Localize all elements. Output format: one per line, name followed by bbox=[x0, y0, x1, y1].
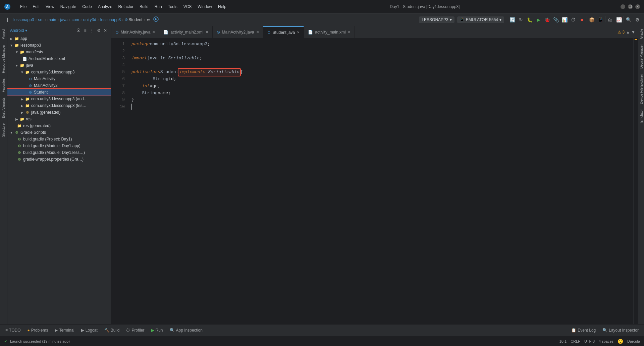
nav-left-panel-toggle[interactable]: ▐ bbox=[3, 16, 11, 24]
status-position[interactable]: 10:1 bbox=[559, 339, 567, 343]
tree-item-student[interactable]: ⊙ Student bbox=[7, 89, 111, 96]
menu-run[interactable]: Run bbox=[152, 3, 165, 10]
menu-build[interactable]: Build bbox=[137, 3, 151, 10]
breadcrumb-lessonapp3[interactable]: lessonapp3 bbox=[13, 17, 34, 22]
maximize-button[interactable]: ❐ bbox=[628, 4, 633, 9]
device-manager-label[interactable]: Device Manager bbox=[638, 42, 644, 71]
breadcrumb-unity3d[interactable]: unity3d bbox=[83, 17, 96, 22]
tab-activity-main2[interactable]: 📄 activity_main2.xml ✕ bbox=[159, 26, 212, 38]
tree-item-java-generated[interactable]: ▶ ⚙ java (generated) bbox=[7, 109, 111, 116]
device-explorer-icon[interactable]: 🗂 bbox=[606, 16, 614, 24]
tab-close-student[interactable]: ✕ bbox=[297, 31, 300, 34]
breadcrumb-student[interactable]: Student bbox=[128, 17, 142, 22]
status-indent[interactable]: 4 spaces bbox=[599, 339, 613, 343]
close-tree-icon[interactable]: ✕ bbox=[102, 27, 108, 34]
build-variants-label[interactable]: Build Variants bbox=[1, 95, 6, 121]
tree-item-gradle-scripts[interactable]: ▼ ⚙ Gradle Scripts bbox=[7, 129, 111, 136]
tab-mainactivity[interactable]: ⊙ MainActivity.java ✕ bbox=[111, 26, 159, 38]
settings-icon[interactable]: ⚙ bbox=[633, 16, 641, 24]
editor-scrollbar[interactable] bbox=[633, 38, 638, 324]
tree-item-package-tes[interactable]: ▶ 📁 com.unity3d.lessonapp3 (tes… bbox=[7, 102, 111, 109]
tree-item-mainactivity[interactable]: ⊙ MainActivity bbox=[7, 75, 111, 82]
tree-item-gradle-wrapper[interactable]: ⚙ gradle-wrapper.properties (Gra…) bbox=[7, 156, 111, 163]
minimize-button[interactable]: — bbox=[621, 4, 625, 9]
android-dropdown[interactable]: Android ▾ bbox=[10, 28, 27, 33]
profiler-tool[interactable]: ⏱ Profiler bbox=[123, 327, 147, 334]
run-icon[interactable]: ▶ bbox=[534, 16, 542, 24]
logcat-tool[interactable]: ▶ Logcat bbox=[78, 327, 100, 334]
device-file-explorer-label[interactable]: Device File Explorer bbox=[638, 71, 644, 107]
tree-item-app[interactable]: ▶ 📁 app bbox=[7, 35, 111, 42]
tree-item-build-gradle-app[interactable]: ⚙ build.gradle (Module: Day1.app) bbox=[7, 142, 111, 149]
dots-icon[interactable]: ⋮ bbox=[89, 27, 95, 34]
status-line-ending[interactable]: CRLF bbox=[571, 339, 580, 343]
resource-manager-label[interactable]: Resource Manager bbox=[1, 42, 6, 76]
breadcrumb-src[interactable]: src bbox=[38, 17, 43, 22]
tree-item-package-and[interactable]: ▶ 📁 com.unity3d.lessonapp3 (and… bbox=[7, 96, 111, 102]
menu-refactor[interactable]: Refactor bbox=[116, 3, 136, 10]
search-everywhere-icon[interactable]: 🔍 bbox=[625, 16, 633, 24]
todo-tool[interactable]: ≡ TODO bbox=[3, 327, 23, 334]
tree-item-build-gradle-less[interactable]: ⚙ build.gradle (Module: Day1.less…) bbox=[7, 149, 111, 156]
menu-help[interactable]: Help bbox=[215, 3, 229, 10]
structure-label[interactable]: Structure bbox=[1, 121, 6, 140]
gradle-panel-label[interactable]: Gradle bbox=[638, 26, 644, 42]
collapse-all-icon[interactable]: ≡ bbox=[82, 27, 88, 34]
tree-item-res-generated[interactable]: 📁 res (generated) bbox=[7, 122, 111, 129]
stop-icon[interactable]: ■ bbox=[578, 16, 586, 24]
status-encoding[interactable]: UTF-8 bbox=[584, 339, 595, 343]
tab-close-activity-main[interactable]: ✕ bbox=[348, 30, 351, 34]
sync2-icon[interactable]: ↻ bbox=[517, 16, 525, 24]
tab-student[interactable]: ⊙ Student.java ✕ bbox=[263, 26, 304, 38]
menu-navigate[interactable]: Navigate bbox=[58, 3, 79, 10]
breadcrumb-lessonapp3-2[interactable]: lessonapp3 bbox=[100, 17, 121, 22]
tree-item-lessonapp3[interactable]: ▼ 📁 lessonapp3 bbox=[7, 42, 111, 49]
menu-tools[interactable]: Tools bbox=[165, 3, 180, 10]
emulator-label-side[interactable]: Emulator bbox=[638, 107, 644, 125]
breadcrumb-main[interactable]: main bbox=[47, 17, 56, 22]
tree-item-java[interactable]: ▼ 📁 java bbox=[7, 62, 111, 69]
problems-tool[interactable]: ● Problems bbox=[24, 327, 51, 334]
tree-item-mainactivity2[interactable]: ⊙ MainActivity2 bbox=[7, 82, 111, 89]
breadcrumb-com[interactable]: com bbox=[71, 17, 79, 22]
breadcrumb-back-icon[interactable]: ⬅ bbox=[147, 17, 150, 22]
code-editor[interactable]: 1 2 3 4 5 6 7 8 9 10 package com.unity3d… bbox=[111, 38, 638, 324]
tree-item-res[interactable]: ▶ 📁 res bbox=[7, 116, 111, 122]
tree-item-manifests[interactable]: ▼ 📁 manifests bbox=[7, 49, 111, 55]
tab-mainactivity2[interactable]: ⊙ MainActivity2.java ✕ bbox=[213, 26, 263, 38]
coverage-icon[interactable]: 📊 bbox=[560, 16, 569, 24]
favorites-label[interactable]: Favorites bbox=[1, 76, 6, 95]
tab-activity-main[interactable]: 📄 activity_main.xml ✕ bbox=[304, 26, 355, 38]
run-config-dropdown[interactable]: LESSONAPP3 ▾ bbox=[419, 16, 454, 23]
tab-close-mainactivity2[interactable]: ✕ bbox=[256, 30, 259, 34]
menu-code[interactable]: Code bbox=[79, 3, 95, 10]
app-inspection-tool[interactable]: 🔍 App Inspection bbox=[167, 327, 205, 334]
status-theme[interactable]: Darcula bbox=[627, 339, 640, 343]
tree-item-androidmanifest[interactable]: 📄 AndroidManifest.xml bbox=[7, 55, 111, 62]
bug-icon[interactable]: 🐛 bbox=[526, 16, 534, 24]
tree-item-package[interactable]: ▼ 📁 com.unity3d.lessonapp3 bbox=[7, 69, 111, 75]
tab-close-activity-main2[interactable]: ✕ bbox=[206, 30, 208, 34]
sdk-manager-icon[interactable]: 📦 bbox=[588, 16, 596, 24]
avd-manager-icon[interactable]: 📱 bbox=[596, 16, 604, 24]
event-log-tool[interactable]: 📋 Event Log bbox=[569, 327, 598, 334]
layout-inspector-tool[interactable]: 🔍 Layout Inspector bbox=[600, 327, 641, 334]
build-tool[interactable]: 🔨 Build bbox=[102, 327, 122, 334]
terminal-tool[interactable]: ▶ Terminal bbox=[52, 327, 77, 334]
sync-icon[interactable]: 🔄 bbox=[508, 16, 516, 24]
code-content[interactable]: package com.unity3d.lessonapp3; import j… bbox=[127, 38, 633, 324]
attach-icon[interactable]: 📎 bbox=[552, 16, 560, 24]
menu-view[interactable]: View bbox=[43, 3, 57, 10]
menu-vcs[interactable]: VCS bbox=[181, 3, 195, 10]
tree-item-build-gradle-project[interactable]: ⚙ build.gradle (Project: Day1) bbox=[7, 136, 111, 142]
profiler-icon2[interactable]: 📈 bbox=[615, 16, 623, 24]
menu-file[interactable]: File bbox=[17, 3, 29, 10]
locate-icon[interactable]: ⦿ bbox=[75, 27, 82, 34]
warnings-nav-down[interactable]: ▼ bbox=[631, 30, 635, 35]
warnings-nav-up[interactable]: ▲ bbox=[626, 30, 630, 35]
menu-analyze[interactable]: Analyze bbox=[95, 3, 115, 10]
project-panel-label[interactable]: Project bbox=[1, 26, 6, 42]
settings-tree-icon[interactable]: ⚙ bbox=[96, 27, 102, 34]
close-button[interactable]: ✕ bbox=[635, 4, 640, 9]
menu-window[interactable]: Window bbox=[195, 3, 215, 10]
